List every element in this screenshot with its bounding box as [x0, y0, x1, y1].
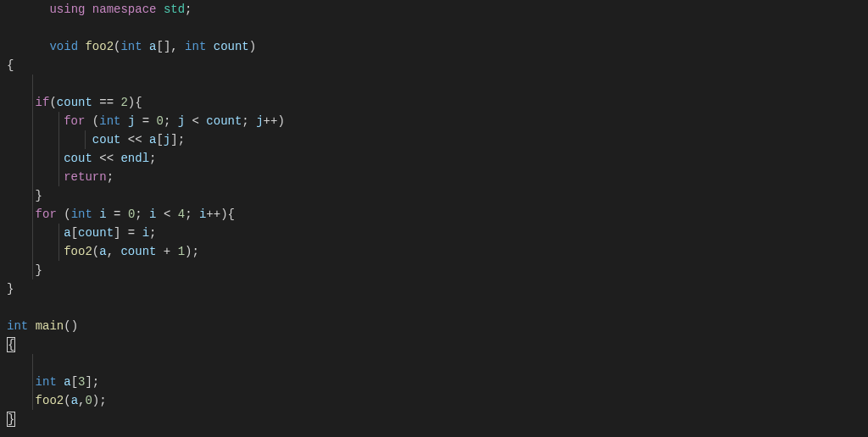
paren: ) [220, 207, 227, 221]
code-line[interactable]: void foo2(int a[], int count) [7, 37, 861, 56]
bracket: [ [71, 226, 78, 240]
paren: ) [185, 245, 192, 258]
var-j: j [164, 133, 170, 147]
paren: ) [249, 40, 256, 53]
paren: ) [92, 394, 99, 407]
code-line-empty[interactable] [7, 354, 861, 373]
code-line[interactable]: int main() [7, 317, 861, 335]
semicolon: ; [107, 170, 114, 184]
var-endl: endl [120, 152, 149, 165]
op-plus: + [156, 245, 177, 258]
code-line[interactable]: cout << a[j]; [7, 130, 861, 149]
semicolon: ; [92, 375, 99, 389]
var-j: j [256, 114, 263, 128]
var-a: a [71, 394, 78, 407]
brace: { [228, 207, 235, 221]
var-i: i [142, 226, 149, 240]
keyword-int: int [36, 375, 57, 389]
bracket: ] [170, 133, 177, 147]
code-line[interactable]: return; [7, 168, 861, 186]
code-line[interactable]: a[count] = i; [7, 224, 861, 242]
number: 2 [120, 96, 127, 109]
semicolon: ; [164, 114, 178, 128]
number: 1 [178, 245, 185, 258]
parens: () [64, 319, 78, 333]
op-assign: = [135, 114, 156, 128]
code-line[interactable]: } [7, 186, 861, 205]
semicolon: ; [185, 207, 199, 221]
op-eq: == [92, 96, 121, 109]
var-i: i [149, 207, 156, 221]
var-count: count [206, 114, 242, 128]
code-line[interactable]: cout << endl; [7, 149, 861, 168]
brace: } [36, 189, 42, 202]
keyword-if: if [36, 96, 50, 109]
op-inc: ++ [206, 207, 220, 221]
code-line[interactable]: foo2(a, count + 1); [7, 242, 861, 261]
op-assign: = [107, 207, 128, 221]
paren: ) [128, 96, 135, 109]
paren: ( [49, 96, 56, 109]
code-line[interactable]: for (int j = 0; j < count; j++) [7, 112, 861, 130]
semicolon: ; [192, 245, 199, 258]
number: 0 [85, 394, 92, 407]
keyword-return: return [64, 170, 106, 184]
keyword-void: void [49, 40, 78, 53]
var-count: count [78, 226, 114, 240]
brace: { [7, 58, 14, 72]
number: 4 [178, 207, 185, 221]
brace-matched-cursor: } [7, 412, 15, 427]
semicolon: ; [178, 133, 185, 147]
var-a: a [64, 226, 70, 240]
op-lt: < [157, 207, 178, 221]
bracket: ] [85, 375, 92, 389]
op-inc: ++ [264, 114, 278, 128]
function-main: main [36, 319, 64, 333]
brace: { [135, 96, 142, 109]
var-j: j [178, 114, 185, 128]
keyword-int: int [7, 319, 28, 333]
code-line-empty[interactable] [7, 298, 861, 317]
op-lt: < [185, 114, 206, 128]
keyword-namespace: namespace [92, 3, 157, 16]
code-line[interactable]: } [7, 279, 861, 298]
op-stream: << [92, 152, 121, 165]
code-line[interactable]: { [7, 335, 861, 354]
keyword-int: int [185, 40, 206, 53]
keyword-int: int [71, 207, 92, 221]
bracket: [ [156, 133, 163, 147]
code-line[interactable]: for (int i = 0; i < 4; i++){ [7, 205, 861, 224]
var-count: count [57, 96, 92, 109]
var-cout: cout [64, 152, 92, 165]
var-a: a [64, 375, 70, 389]
code-line[interactable]: if(count == 2){ [7, 93, 861, 112]
number: 0 [157, 114, 164, 128]
paren: ( [85, 114, 99, 128]
semicolon: ; [149, 152, 156, 165]
comma: , [170, 40, 185, 53]
function-name: foo2 [85, 40, 114, 53]
function-call: foo2 [64, 245, 92, 258]
code-line[interactable]: } [7, 410, 861, 429]
var-i: i [99, 207, 106, 221]
code-line[interactable]: } [7, 261, 861, 279]
brace: } [36, 263, 42, 277]
code-line-empty[interactable] [7, 75, 861, 93]
paren: ) [277, 114, 284, 128]
semicolon: ; [135, 207, 149, 221]
code-line[interactable]: int a[3]; [7, 373, 861, 391]
namespace-std: std [164, 3, 185, 16]
keyword-for: for [64, 114, 85, 128]
op-stream: << [120, 133, 149, 147]
keyword-for: for [36, 207, 57, 221]
code-editor[interactable]: using namespace std; void foo2(int a[], … [7, 0, 861, 429]
paren: ( [64, 394, 70, 407]
code-line[interactable]: foo2(a,0); [7, 391, 861, 410]
paren: ( [92, 245, 99, 258]
brace-matched: { [7, 337, 15, 352]
semicolon: ; [185, 3, 192, 16]
brackets: [] [156, 40, 170, 53]
var-count: count [120, 245, 156, 258]
comma: , [107, 245, 121, 258]
code-line[interactable]: using namespace std; [7, 0, 861, 19]
